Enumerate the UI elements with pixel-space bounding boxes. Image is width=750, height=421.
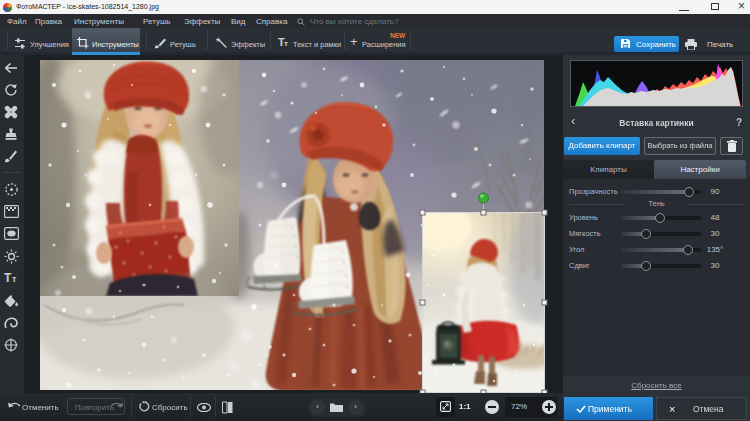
svg-text:T: T: [4, 271, 12, 284]
svg-text:т: т: [12, 274, 17, 284]
